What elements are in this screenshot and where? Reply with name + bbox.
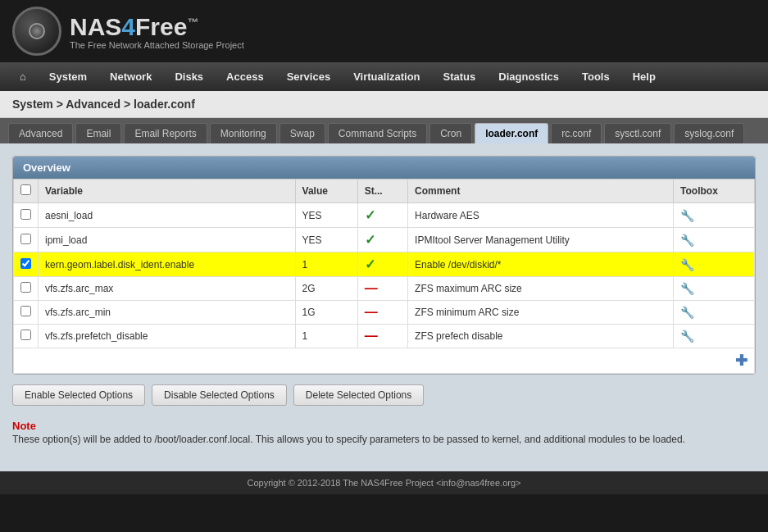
col-header-toolbox: Toolbox: [674, 180, 755, 203]
logo-circle-icon: [12, 7, 61, 56]
row-checkbox-cell: [14, 277, 39, 301]
toolbox-edit-icon[interactable]: 🔧: [680, 306, 694, 319]
tab-sysctl-conf[interactable]: sysctl.conf: [604, 123, 671, 143]
row-variable: vfs.zfs.arc_min: [39, 301, 296, 325]
row-checkbox-cell: [14, 301, 39, 325]
table-row: vfs.zfs.arc_max 2G — ZFS maximum ARC siz…: [14, 277, 755, 301]
page-header: NAS4Free™ The Free Network Attached Stor…: [0, 0, 768, 62]
add-option-icon[interactable]: ✚: [735, 352, 748, 369]
tab-loader-conf[interactable]: loader.conf: [475, 123, 548, 143]
disable-selected-button[interactable]: Disable Selected Options: [152, 384, 287, 406]
action-buttons-bar: Enable Selected Options Disable Selected…: [12, 375, 756, 416]
toolbox-edit-icon[interactable]: 🔧: [680, 330, 694, 343]
logo-subtitle: The Free Network Attached Storage Projec…: [70, 40, 244, 50]
row-variable: aesni_load: [39, 203, 296, 228]
add-row: ✚: [14, 348, 755, 374]
footer: Copyright © 2012-2018 The NAS4Free Proje…: [0, 471, 768, 494]
row-status: —: [357, 325, 407, 348]
row-status: —: [357, 277, 407, 301]
nav-services[interactable]: Services: [275, 62, 343, 91]
row-checkbox[interactable]: [20, 209, 31, 220]
logo-inner-icon: [29, 23, 45, 39]
row-checkbox-cell: [14, 252, 39, 277]
footer-text: Copyright © 2012-2018 The NAS4Free Proje…: [248, 478, 521, 488]
tab-monitoring[interactable]: Monitoring: [210, 123, 277, 143]
status-dash-icon: —: [365, 281, 378, 295]
table-row: vfs.zfs.arc_min 1G — ZFS minimum ARC siz…: [14, 301, 755, 325]
nav-tools[interactable]: Tools: [570, 62, 621, 91]
nav-network[interactable]: Network: [98, 62, 163, 91]
row-checkbox[interactable]: [20, 306, 31, 316]
row-status: —: [357, 301, 407, 325]
tab-command-scripts[interactable]: Command Scripts: [328, 123, 427, 143]
row-variable: vfs.zfs.arc_max: [39, 277, 296, 301]
toolbox-edit-icon[interactable]: 🔧: [680, 258, 694, 271]
options-table: Variable Value St... Comment Toolbox aes…: [13, 179, 755, 374]
row-value: 2G: [295, 277, 357, 301]
overview-box: Overview Variable Value St... Comment To…: [12, 156, 756, 375]
tab-bar: Advanced Email Email Reports Monitoring …: [0, 118, 768, 143]
row-toolbox: 🔧: [674, 325, 755, 348]
row-value: YES: [295, 228, 357, 252]
row-value: 1: [295, 325, 357, 348]
select-all-checkbox[interactable]: [20, 184, 31, 195]
table-row: vfs.zfs.prefetch_disable 1 — ZFS prefech…: [14, 325, 755, 348]
row-checkbox[interactable]: [20, 330, 31, 340]
nav-access[interactable]: Access: [215, 62, 275, 91]
row-value: 1G: [295, 301, 357, 325]
row-comment: ZFS minimum ARC size: [408, 301, 674, 325]
logo-title: NAS4Free™: [70, 13, 244, 40]
toolbox-edit-icon[interactable]: 🔧: [680, 282, 694, 295]
logo-tm: ™: [187, 16, 198, 29]
status-check-icon: ✓: [365, 233, 375, 247]
row-comment: IPMItool Server Management Utility: [408, 228, 674, 252]
row-status: ✓: [357, 252, 407, 277]
enable-selected-button[interactable]: Enable Selected Options: [12, 384, 145, 406]
status-dash-icon: —: [365, 329, 378, 343]
tab-email-reports[interactable]: Email Reports: [124, 123, 207, 143]
logo-area: NAS4Free™ The Free Network Attached Stor…: [12, 7, 244, 56]
row-toolbox: 🔧: [674, 203, 755, 228]
nav-home[interactable]: ⌂: [8, 62, 38, 91]
note-area: Note These option(s) will be added to /b…: [12, 416, 756, 451]
note-text: These option(s) will be added to /boot/l…: [12, 432, 756, 447]
row-checkbox[interactable]: [20, 282, 31, 293]
tab-advanced[interactable]: Advanced: [8, 123, 73, 143]
delete-selected-button[interactable]: Delete Selected Options: [293, 384, 424, 406]
add-cell: ✚: [14, 348, 755, 374]
nav-disks[interactable]: Disks: [163, 62, 215, 91]
nav-help[interactable]: Help: [621, 62, 667, 91]
breadcrumb: System > Advanced > loader.conf: [0, 91, 768, 118]
row-comment: Enable /dev/diskid/*: [408, 252, 674, 277]
toolbox-edit-icon[interactable]: 🔧: [680, 209, 694, 222]
row-checkbox[interactable]: [20, 258, 31, 269]
row-value: 1: [295, 252, 357, 277]
table-row: ipmi_load YES ✓ IPMItool Server Manageme…: [14, 228, 755, 252]
main-nav: ⌂ System Network Disks Access Services V…: [0, 62, 768, 91]
status-check-icon: ✓: [365, 257, 375, 271]
row-checkbox[interactable]: [20, 234, 31, 244]
tab-rc-conf[interactable]: rc.conf: [551, 123, 602, 143]
row-toolbox: 🔧: [674, 252, 755, 277]
toolbox-edit-icon[interactable]: 🔧: [680, 234, 694, 247]
overview-header: Overview: [13, 157, 755, 179]
col-header-status: St...: [357, 180, 407, 203]
tab-email[interactable]: Email: [75, 123, 121, 143]
tab-swap[interactable]: Swap: [279, 123, 325, 143]
row-comment: Hardware AES: [408, 203, 674, 228]
row-status: ✓: [357, 228, 407, 252]
status-check-icon: ✓: [365, 208, 375, 222]
row-variable: ipmi_load: [39, 228, 296, 252]
nav-status[interactable]: Status: [432, 62, 488, 91]
row-comment: ZFS prefech disable: [408, 325, 674, 348]
nav-diagnostics[interactable]: Diagnostics: [487, 62, 570, 91]
row-variable: vfs.zfs.prefetch_disable: [39, 325, 296, 348]
row-value: YES: [295, 203, 357, 228]
col-header-checkbox: [14, 180, 39, 203]
tab-cron[interactable]: Cron: [429, 123, 472, 143]
tab-syslog-conf[interactable]: syslog.conf: [674, 123, 744, 143]
row-toolbox: 🔧: [674, 301, 755, 325]
table-row: aesni_load YES ✓ Hardware AES 🔧: [14, 203, 755, 228]
nav-system[interactable]: System: [38, 62, 98, 91]
nav-virtualization[interactable]: Virtualization: [342, 62, 431, 91]
